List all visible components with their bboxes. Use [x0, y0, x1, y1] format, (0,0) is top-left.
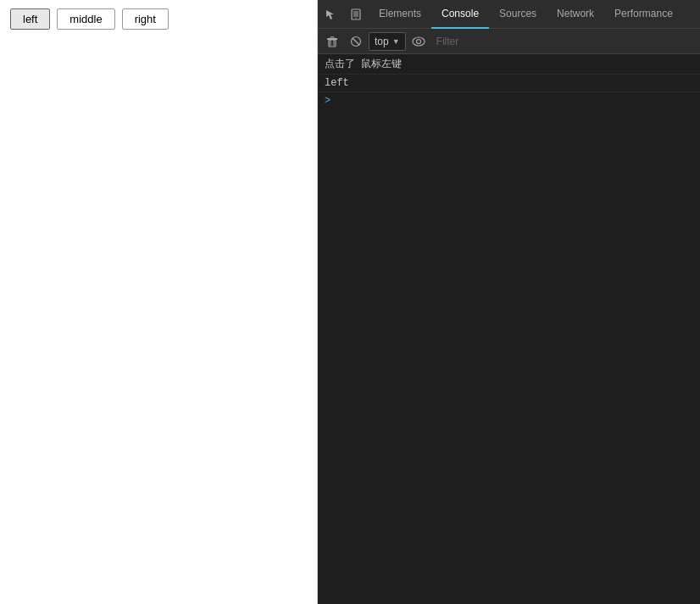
eye-icon[interactable] [408, 31, 430, 52]
ban-icon[interactable] [345, 31, 367, 52]
svg-point-3 [355, 17, 356, 18]
svg-marker-0 [326, 10, 334, 19]
middle-button[interactable]: middle [57, 8, 114, 30]
prompt-arrow-icon: > [325, 95, 331, 107]
tab-sources[interactable]: Sources [489, 0, 547, 29]
log-entry-2: left [318, 75, 700, 92]
svg-rect-5 [329, 40, 336, 47]
context-select[interactable]: top ▼ [369, 32, 406, 51]
inspect-icon[interactable] [318, 0, 343, 29]
svg-point-11 [413, 37, 425, 46]
log-entry-1: 点击了 鼠标左键 [318, 54, 700, 75]
device-icon[interactable] [343, 0, 369, 29]
right-button[interactable]: right [122, 8, 169, 30]
console-prompt-line: > [318, 92, 700, 109]
svg-rect-8 [331, 36, 334, 38]
console-output: 点击了 鼠标左键 left > [318, 54, 700, 604]
tab-performance[interactable]: Performance [604, 0, 683, 29]
left-button[interactable]: left [10, 8, 50, 30]
tab-console[interactable]: Console [431, 0, 489, 29]
tab-elements[interactable]: Elements [369, 0, 431, 29]
filter-input[interactable] [431, 36, 697, 47]
svg-line-10 [353, 38, 359, 45]
devtools-tabs-bar: Elements Console Sources Network Perform… [318, 0, 700, 29]
chevron-down-icon: ▼ [392, 37, 400, 46]
button-row: left middle right [0, 0, 317, 38]
tab-network[interactable]: Network [547, 0, 604, 29]
clear-console-button[interactable] [321, 31, 343, 52]
console-toolbar: top ▼ [318, 29, 700, 54]
svg-point-12 [416, 39, 420, 43]
svg-rect-2 [353, 11, 358, 17]
devtools-panel: Elements Console Sources Network Perform… [318, 0, 700, 604]
main-panel: left middle right [0, 0, 318, 604]
